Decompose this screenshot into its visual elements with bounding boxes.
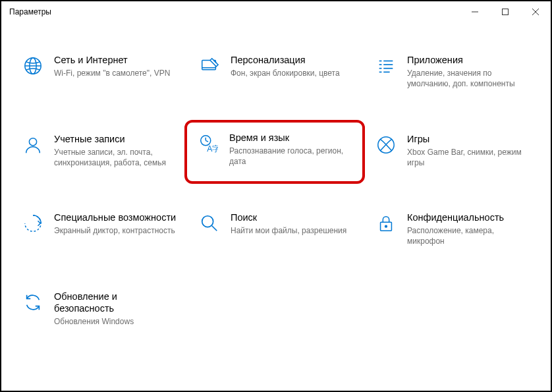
tile-personalization[interactable]: Персонализация Фон, экран блокировки, цв… — [191, 49, 361, 95]
tile-title: Поиск — [231, 211, 356, 223]
svg-point-27 — [385, 225, 387, 227]
tile-desc: Фон, экран блокировки, цвета — [231, 68, 356, 78]
titlebar: Параметры — [1, 1, 551, 22]
tile-title: Обновление и безопасность — [54, 291, 179, 314]
search-icon — [199, 213, 220, 234]
tile-desc: Обновления Windows — [54, 316, 179, 327]
svg-point-24 — [202, 216, 213, 227]
time-language-icon: A字 — [198, 133, 219, 154]
tile-title: Время и язык — [229, 132, 356, 144]
window-title: Параметры — [9, 7, 51, 16]
xbox-icon — [375, 134, 397, 155]
tile-ease-of-access[interactable]: Специальные возможности Экранный диктор,… — [14, 206, 184, 252]
update-icon — [22, 292, 43, 313]
svg-line-21 — [206, 140, 208, 142]
tile-title: Игры — [407, 133, 532, 145]
tile-desc: Распознавание голоса, регион, дата — [229, 146, 356, 167]
svg-text:A字: A字 — [207, 144, 218, 154]
tile-title: Персонализация — [231, 54, 356, 66]
tile-desc: Расположение, камера, микрофон — [407, 225, 532, 246]
settings-grid-container: Сеть и Интернет Wi-Fi, режим "в самолете… — [1, 22, 551, 332]
tile-accounts[interactable]: Учетные записи Учетные записи, эл. почта… — [14, 128, 184, 174]
person-icon — [22, 134, 43, 155]
tile-search[interactable]: Поиск Найти мои файлы, разрешения — [191, 206, 361, 252]
tile-desc: Учетные записи, эл. почта, синхронизация… — [54, 147, 179, 168]
tile-desc: Удаление, значения по умолчанию, доп. ко… — [407, 68, 532, 89]
tile-apps[interactable]: Приложения Удаление, значения по умолчан… — [368, 49, 538, 95]
tile-title: Учетные записи — [54, 133, 179, 145]
tile-time-language[interactable]: A字 Время и язык Распознавание голоса, ре… — [184, 120, 365, 184]
tile-gaming[interactable]: Игры Xbox Game Bar, снимки, режим игры — [368, 128, 538, 174]
close-button[interactable] — [520, 1, 551, 22]
tile-update-security[interactable]: Обновление и безопасность Обновления Win… — [14, 285, 184, 332]
tile-privacy[interactable]: Конфиденциальность Расположение, камера,… — [368, 206, 538, 252]
svg-rect-1 — [503, 9, 509, 15]
lock-icon — [375, 213, 397, 234]
tile-desc: Найти мои файлы, разрешения — [231, 225, 356, 236]
tile-title: Специальные возможности — [54, 211, 179, 223]
minimize-button[interactable] — [460, 1, 490, 22]
tile-title: Конфиденциальность — [407, 211, 532, 223]
apps-icon — [375, 55, 397, 76]
tile-desc: Xbox Game Bar, снимки, режим игры — [407, 147, 532, 168]
svg-line-25 — [212, 226, 217, 231]
svg-point-18 — [29, 138, 36, 145]
tile-network-internet[interactable]: Сеть и Интернет Wi-Fi, режим "в самолете… — [14, 49, 184, 95]
ease-of-access-icon — [22, 213, 43, 234]
tile-desc: Экранный диктор, контрастность — [54, 225, 179, 236]
tile-title: Приложения — [407, 54, 532, 66]
maximize-button[interactable] — [490, 1, 520, 22]
tile-desc: Wi-Fi, режим "в самолете", VPN — [54, 68, 179, 78]
globe-icon — [22, 55, 43, 76]
tile-title: Сеть и Интернет — [54, 54, 179, 66]
personalization-icon — [199, 55, 220, 76]
